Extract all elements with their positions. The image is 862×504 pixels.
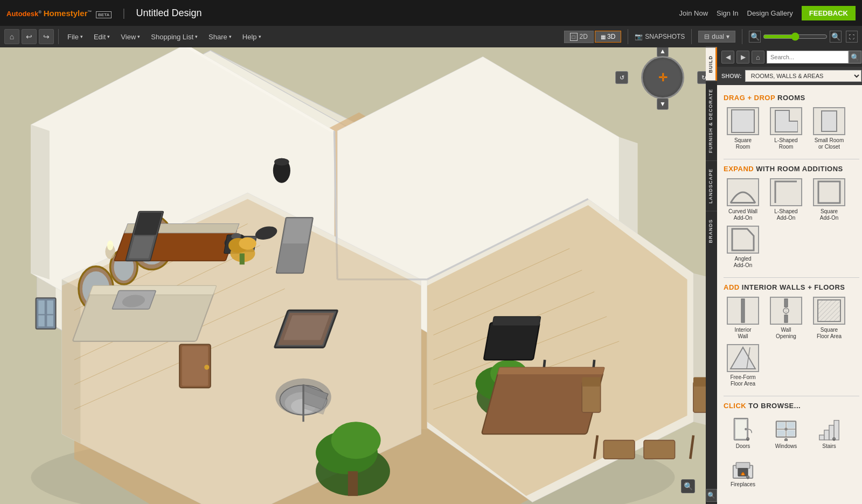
autodesk-logo: Autodesk® Homestyler™ BETA <box>6 9 112 18</box>
doors-item[interactable]: Doors <box>724 415 762 449</box>
svg-rect-131 <box>834 421 839 440</box>
toolbar-separator-2 <box>628 29 628 44</box>
interior-wall-item[interactable]: InteriorWall <box>724 297 762 340</box>
sign-in-link[interactable]: Sign In <box>717 9 738 17</box>
rotate-left-button[interactable]: ↺ <box>615 71 628 84</box>
square-room-shape <box>727 107 759 135</box>
additions-grid: Curved WallAdd-On L-ShapedAdd-On <box>724 178 859 269</box>
square-addon-shape <box>813 178 845 206</box>
share-menu[interactable]: Share ▾ <box>204 31 236 43</box>
viewport[interactable]: ↺ ▲ ✛ ▼ ↻ 🔍 <box>0 47 706 504</box>
panel-search-input[interactable] <box>767 51 849 64</box>
small-room-label: Small Roomor Closet <box>815 137 844 150</box>
svg-rect-102 <box>731 202 755 204</box>
svg-rect-78 <box>497 367 604 375</box>
stairs-label: Stairs <box>822 443 836 449</box>
square-floor-item[interactable]: SquareFloor Area <box>810 297 849 340</box>
zoom-out-button[interactable]: 🔍 <box>749 31 761 43</box>
square-addon-item[interactable]: SquareAdd-On <box>810 178 849 221</box>
dual-view-button[interactable]: ⊟ dual ▾ <box>698 31 735 43</box>
square-shape <box>731 109 755 133</box>
right-panel-container: BUILD FURNISH & DECORATE LANDSCAPE BRAND… <box>706 47 862 504</box>
svg-rect-91 <box>182 346 208 386</box>
windows-item[interactable]: Windows <box>767 415 805 449</box>
zoom-slider[interactable] <box>763 32 828 41</box>
l-shaped-addon-shape <box>770 178 802 206</box>
svg-rect-110 <box>818 300 840 321</box>
angled-addon-item[interactable]: AngledAdd-On <box>724 226 762 269</box>
svg-point-92 <box>204 365 209 369</box>
l-shaped-addon-item[interactable]: L-ShapedAdd-On <box>767 178 805 221</box>
brands-tab[interactable]: BRANDS <box>706 211 717 251</box>
wall-opening-item[interactable]: WallOpening <box>767 297 805 340</box>
browse-grid: Doors <box>724 415 859 487</box>
rotate-right-button[interactable]: ↻ <box>697 71 706 84</box>
fireplaces-label: Fireplaces <box>731 481 755 487</box>
tilt-down-button[interactable]: ▼ <box>657 98 669 110</box>
stairs-item[interactable]: Stairs <box>810 415 849 449</box>
angled-addon-label: AngledAdd-On <box>734 256 752 269</box>
panel-search-button[interactable]: 🔍 <box>849 51 861 64</box>
feedback-button[interactable]: FEEDBACK <box>802 6 856 20</box>
undo-button[interactable]: ↩ <box>22 29 37 44</box>
svg-marker-7 <box>31 125 49 279</box>
topbar: Autodesk® Homestyler™ BETA | Untitled De… <box>0 0 862 26</box>
svg-rect-105 <box>741 299 745 323</box>
show-row: SHOW: ROOMS, WALLS & AREAS FLOOR PLAN FU… <box>717 67 862 85</box>
view-2d-button[interactable]: □ 2D <box>564 31 594 43</box>
angled-addon-shape <box>727 226 759 254</box>
l-shaped-room-label: L-ShapedRoom <box>774 137 797 150</box>
view-menu[interactable]: View ▾ <box>116 31 144 43</box>
edit-menu[interactable]: Edit ▾ <box>89 31 114 43</box>
square-floor-label: SquareFloor Area <box>817 327 842 340</box>
svg-point-118 <box>747 439 749 441</box>
join-now-link[interactable]: Join Now <box>679 9 708 17</box>
panel-forward-button[interactable]: ▶ <box>736 51 749 64</box>
freeform-floor-item[interactable]: Free-FormFloor Area <box>724 344 762 387</box>
compass-ring[interactable]: ✛ <box>641 56 684 99</box>
freeform-floor-shape <box>727 344 759 372</box>
svg-rect-49 <box>282 219 311 243</box>
redo-button[interactable]: ↪ <box>39 29 54 44</box>
square-room-item[interactable]: SquareRoom <box>724 107 762 150</box>
svg-rect-50 <box>277 245 307 272</box>
square-room-label: SquareRoom <box>734 137 752 150</box>
rooms-grid: SquareRoom L-ShapedRoom <box>724 107 859 150</box>
small-room-item[interactable]: Small Roomor Closet <box>810 107 849 150</box>
zoom-in-button[interactable]: 🔍 <box>830 31 842 43</box>
home-button[interactable]: ⌂ <box>4 29 19 44</box>
panel-back-button[interactable]: ◀ <box>721 51 734 64</box>
design-gallery-link[interactable]: Design Gallery <box>747 9 793 17</box>
fullscreen-button[interactable]: ⛶ <box>846 31 858 43</box>
panel-search-icon[interactable]: 🔍 <box>706 489 717 502</box>
svg-rect-84 <box>693 377 706 386</box>
landscape-tab[interactable]: LANDSCAPE <box>706 160 717 211</box>
shopping-list-menu[interactable]: Shopping List ▾ <box>147 31 202 43</box>
fireplaces-item[interactable]: Fireplaces <box>724 453 762 487</box>
view-3d-button[interactable]: ▦ 3D <box>595 31 621 43</box>
help-menu[interactable]: Help ▾ <box>238 31 266 43</box>
panel-content: DRAG + DROP ROOMS SquareRoom <box>717 85 862 504</box>
wall-opening-label: WallOpening <box>776 327 796 340</box>
snapshots-button[interactable]: 📷 SNAPSHOTS <box>635 33 685 40</box>
wall-opening-shape <box>770 297 802 325</box>
viewport-search-button[interactable]: 🔍 <box>681 479 695 493</box>
build-tab[interactable]: BUILD <box>706 47 717 81</box>
curved-wall-item[interactable]: Curved WallAdd-On <box>724 178 762 221</box>
square-addon-label: SquareAdd-On <box>820 208 838 221</box>
expand-title: EXPAND WITH ROOM ADDITIONS <box>724 165 859 173</box>
svg-rect-107 <box>784 315 788 323</box>
small-shape <box>821 110 837 132</box>
windows-icon <box>770 415 802 443</box>
svg-point-65 <box>331 422 381 459</box>
svg-point-109 <box>783 308 789 313</box>
curved-wall-label: Curved WallAdd-On <box>728 208 757 221</box>
panel-home-button[interactable]: ⌂ <box>752 51 764 64</box>
svg-marker-104 <box>732 229 754 250</box>
show-dropdown[interactable]: ROOMS, WALLS & AREAS FLOOR PLAN FURNITUR… <box>745 70 861 82</box>
furnish-tab[interactable]: FURNISH & DECORATE <box>706 81 717 160</box>
l-shaped-room-item[interactable]: L-ShapedRoom <box>767 107 805 150</box>
panel-search-area: 🔍 <box>767 51 861 64</box>
file-menu[interactable]: File ▾ <box>63 31 87 43</box>
interior-title: ADD INTERIOR WALLS + FLOORS <box>724 283 859 291</box>
